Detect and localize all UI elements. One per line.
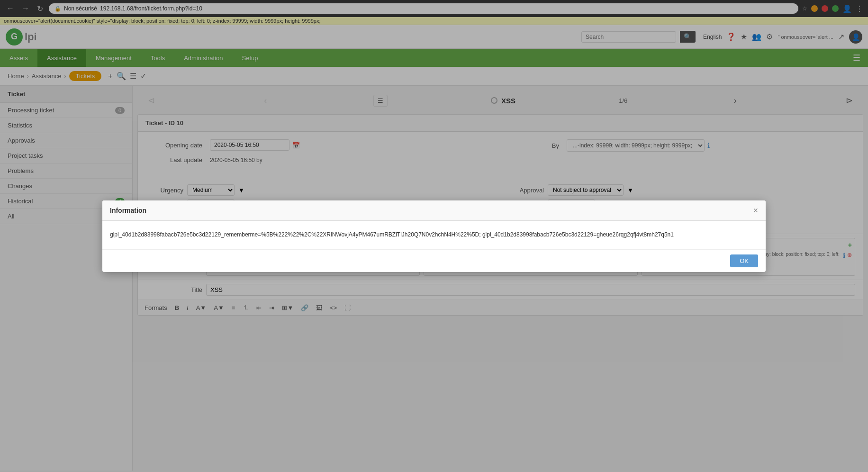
modal-content-text: glpi_40d1b2d83998fabacb726e5bc3d22129_re… xyxy=(110,230,758,239)
modal-header: Information × xyxy=(102,200,766,221)
modal-body: glpi_40d1b2d83998fabacb726e5bc3d22129_re… xyxy=(102,221,766,249)
modal-overlay[interactable]: Information × glpi_40d1b2d83998fabacb726… xyxy=(0,0,868,471)
modal-footer: OK xyxy=(102,249,766,272)
modal-title: Information xyxy=(110,207,146,214)
modal-dialog: Information × glpi_40d1b2d83998fabacb726… xyxy=(102,200,766,272)
modal-close-button[interactable]: × xyxy=(753,206,758,215)
modal-ok-button[interactable]: OK xyxy=(730,254,758,267)
